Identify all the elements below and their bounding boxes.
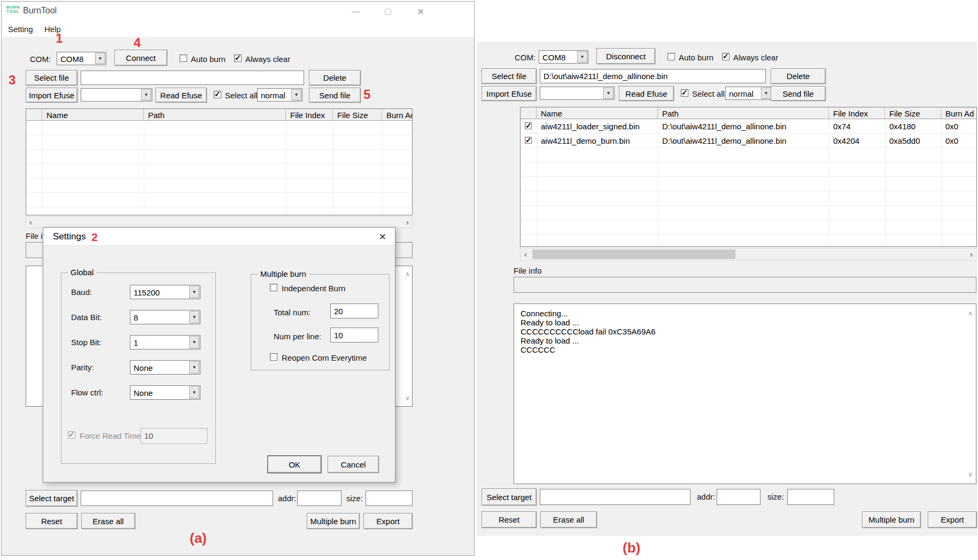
select-file-button[interactable]: Select file — [26, 70, 77, 85]
row-checkbox[interactable] — [525, 122, 532, 129]
chevron-down-icon[interactable]: ▼ — [603, 88, 614, 99]
connect-button[interactable]: Connect — [114, 50, 167, 66]
chevron-down-icon[interactable]: ▼ — [189, 336, 199, 348]
independent-burn-checkbox[interactable] — [270, 284, 277, 291]
header-path[interactable]: Path — [144, 109, 286, 121]
hscrollbar-thumb[interactable] — [532, 250, 735, 259]
target-field[interactable] — [81, 491, 273, 506]
flow-ctrl-select[interactable]: None ▼ — [130, 385, 200, 400]
size-input[interactable] — [366, 491, 413, 506]
num-per-line-field[interactable] — [330, 328, 378, 343]
header-name[interactable]: Name — [537, 107, 658, 119]
addr-input[interactable] — [297, 491, 341, 506]
select-target-button[interactable]: Select target — [26, 490, 77, 507]
efuse-select[interactable]: ▼ — [540, 87, 615, 100]
burn-mode-select[interactable]: normal ▼ — [257, 88, 302, 102]
header-file-index[interactable]: File Index — [286, 109, 333, 121]
total-num-field[interactable] — [330, 304, 378, 318]
dialog-close-icon[interactable]: ✕ — [379, 231, 386, 243]
num-per-line-input[interactable] — [330, 328, 378, 343]
size-field[interactable] — [787, 489, 834, 505]
size-input[interactable] — [787, 489, 834, 505]
chevron-down-icon[interactable]: ▼ — [95, 53, 105, 64]
efuse-select[interactable]: ▼ — [81, 88, 152, 102]
file-path-input[interactable] — [540, 69, 766, 83]
cancel-button[interactable]: Cancel — [328, 456, 379, 473]
send-file-button[interactable]: Send file — [309, 88, 361, 103]
multiple-burn-button[interactable]: Multiple burn — [862, 511, 921, 528]
header-name[interactable]: Name — [42, 109, 144, 121]
scroll-right-icon[interactable]: › — [406, 217, 409, 227]
auto-burn-checkbox[interactable] — [180, 55, 187, 62]
table-row[interactable]: aiw4211l_loader_signed.bin D:\out\aiw421… — [521, 119, 976, 134]
select-target-button[interactable]: Select target — [482, 488, 537, 505]
table-hscrollbar[interactable]: ‹ › — [520, 248, 977, 261]
log-area[interactable]: Connecting... Ready to load ... CCCCCCCC… — [514, 304, 976, 484]
file-path-field[interactable] — [81, 71, 304, 85]
import-efuse-button[interactable]: Import Efuse — [26, 88, 77, 103]
chevron-down-icon[interactable]: ▼ — [761, 88, 771, 99]
chevron-down-icon[interactable]: ▼ — [291, 89, 301, 100]
auto-burn-checkbox[interactable] — [667, 53, 675, 60]
select-all-checkbox[interactable] — [214, 91, 221, 98]
data-bit-select[interactable]: 8 ▼ — [130, 310, 200, 324]
reopen-com-checkbox[interactable] — [270, 353, 277, 361]
file-path-input[interactable] — [81, 71, 304, 85]
minimize-button[interactable]: — — [352, 6, 360, 15]
menu-setting[interactable]: Setting — [8, 25, 33, 34]
send-file-button[interactable]: Send file — [771, 86, 826, 101]
table-hscrollbar[interactable]: ‹ › — [26, 216, 413, 228]
addr-input[interactable] — [717, 489, 760, 505]
chevron-down-icon[interactable]: ▼ — [189, 386, 199, 399]
export-button[interactable]: Export — [928, 511, 977, 528]
scroll-left-icon[interactable]: ‹ — [29, 217, 32, 227]
reset-button[interactable]: Reset — [482, 511, 537, 528]
header-file-index[interactable]: File Index — [829, 107, 885, 119]
parity-select[interactable]: None ▼ — [130, 360, 200, 375]
multiple-burn-button[interactable]: Multiple burn — [307, 513, 360, 529]
erase-all-button[interactable]: Erase all — [540, 511, 597, 528]
scroll-down-icon[interactable]: ∨ — [405, 394, 410, 402]
maximize-button[interactable]: ▢ — [384, 6, 392, 16]
chevron-down-icon[interactable]: ▼ — [577, 51, 587, 63]
disconnect-button[interactable]: Disconnect — [596, 48, 655, 64]
size-field[interactable] — [366, 491, 413, 506]
file-path-field[interactable] — [540, 69, 766, 83]
stop-bit-select[interactable]: 1 ▼ — [130, 335, 200, 349]
header-file-size[interactable]: File Size — [885, 107, 941, 119]
erase-all-button[interactable]: Erase all — [81, 513, 135, 529]
burn-mode-select[interactable]: normal ▼ — [725, 87, 772, 100]
header-burn-addr[interactable]: Burn Ad — [382, 109, 413, 121]
close-button[interactable]: ✕ — [417, 6, 424, 18]
scroll-up-icon[interactable]: ∧ — [405, 270, 410, 278]
target-input[interactable] — [81, 491, 273, 506]
header-path[interactable]: Path — [658, 107, 829, 119]
addr-field[interactable] — [717, 489, 760, 505]
delete-button[interactable]: Delete — [309, 70, 361, 85]
read-efuse-button[interactable]: Read Efuse — [619, 86, 674, 101]
chevron-down-icon[interactable]: ▼ — [141, 89, 151, 100]
select-file-button[interactable]: Select file — [482, 68, 537, 84]
chevron-down-icon[interactable]: ▼ — [189, 286, 199, 298]
chevron-down-icon[interactable]: ▼ — [189, 311, 199, 323]
header-check-column[interactable] — [26, 109, 42, 121]
ok-button[interactable]: OK — [268, 456, 321, 473]
scroll-up-icon[interactable]: ∧ — [968, 309, 973, 317]
force-read-time-checkbox[interactable] — [68, 431, 75, 439]
always-clear-checkbox[interactable] — [234, 55, 242, 62]
header-burn-addr[interactable]: Burn Ad — [941, 107, 977, 119]
import-efuse-button[interactable]: Import Efuse — [482, 86, 537, 101]
target-input[interactable] — [540, 489, 690, 505]
com-select[interactable]: COM8 ▼ — [57, 52, 106, 65]
reset-button[interactable]: Reset — [26, 513, 77, 529]
read-efuse-button[interactable]: Read Efuse — [156, 88, 207, 103]
total-num-input[interactable] — [330, 304, 378, 318]
chevron-down-icon[interactable]: ▼ — [189, 361, 199, 374]
scroll-right-icon[interactable]: › — [970, 250, 973, 259]
row-checkbox[interactable] — [525, 137, 532, 144]
header-file-size[interactable]: File Size — [333, 109, 382, 121]
scroll-down-icon[interactable]: ∨ — [968, 471, 973, 478]
com-select[interactable]: COM8 ▼ — [539, 50, 588, 64]
delete-button[interactable]: Delete — [771, 68, 826, 84]
table-row[interactable]: aiw4211l_demo_burn.bin D:\out\aiw4211l_d… — [521, 134, 976, 148]
